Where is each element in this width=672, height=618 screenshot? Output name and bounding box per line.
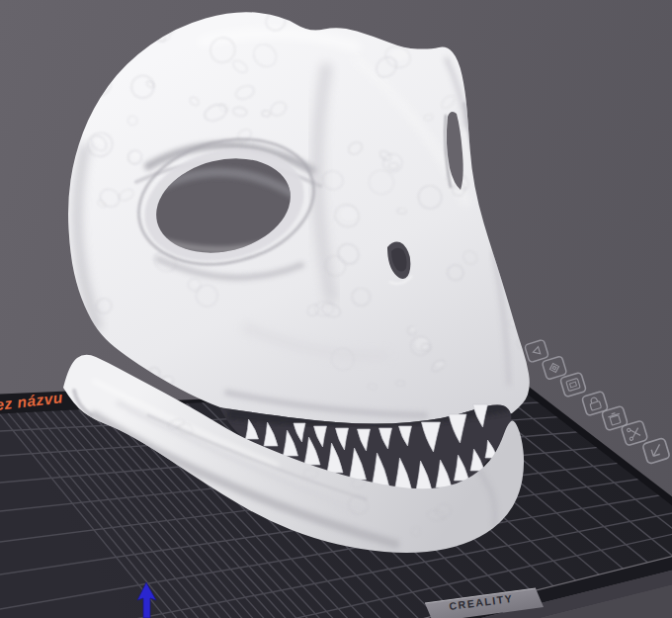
slicer-3d-viewport[interactable]: ez názvu CREALITY bbox=[0, 0, 672, 618]
corner-arrow-icon[interactable] bbox=[642, 438, 670, 465]
lock-icon[interactable] bbox=[582, 391, 609, 416]
scissors-icon[interactable] bbox=[621, 420, 647, 446]
card-icon[interactable] bbox=[560, 372, 587, 397]
triangle-icon[interactable] bbox=[525, 339, 549, 363]
diamond-icon[interactable] bbox=[542, 356, 567, 380]
trash-icon[interactable] bbox=[602, 405, 629, 431]
